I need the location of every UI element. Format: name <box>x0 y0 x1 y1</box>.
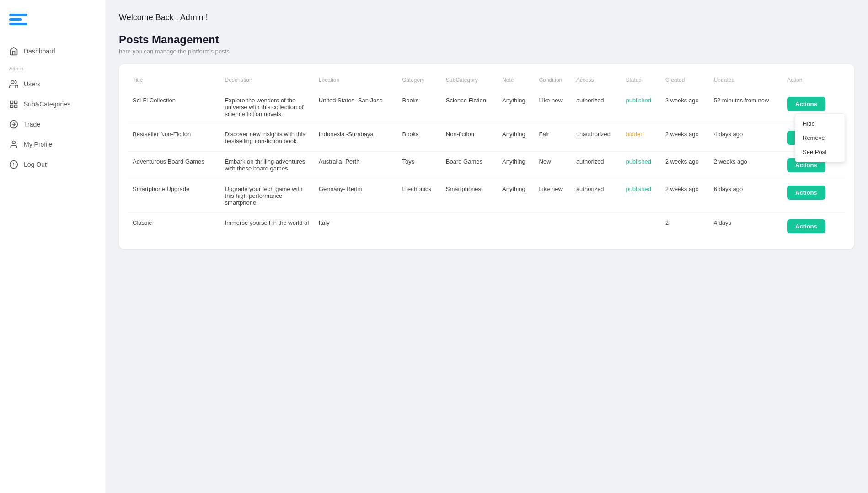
col-note: Note <box>498 73 534 90</box>
col-created: Created <box>661 73 709 90</box>
cell-subcategory: Non-fiction <box>441 124 498 152</box>
sidebar-item-my-profile[interactable]: My Profile <box>0 134 105 154</box>
sidebar-item-subcategories[interactable]: Sub&Categories <box>0 94 105 114</box>
dropdown-remove[interactable]: Remove <box>795 131 845 145</box>
table-row: Adventurous Board Games Embark on thrill… <box>128 152 845 179</box>
cell-created: 2 weeks ago <box>661 179 709 213</box>
col-condition: Condition <box>535 73 572 90</box>
actions-dropdown: Hide Remove See Post <box>795 113 845 162</box>
col-updated: Updated <box>709 73 782 90</box>
logo-icon <box>9 14 27 27</box>
cell-condition: Like new <box>535 179 572 213</box>
logo-bar-1 <box>9 14 27 16</box>
posts-table-card: Title Description Location Category SubC… <box>119 64 854 249</box>
sidebar-item-users[interactable]: Users <box>0 74 105 94</box>
col-action: Action <box>782 73 845 90</box>
welcome-text: Welcome Back , Admin ! <box>119 13 854 22</box>
table-row: Sci-Fi Collection Explore the wonders of… <box>128 90 845 124</box>
cell-category <box>397 213 441 240</box>
cell-condition <box>535 213 572 240</box>
table-row: Classic Immerse yourself in the world of… <box>128 213 845 240</box>
cell-status: published <box>621 179 660 213</box>
dropdown-see-post[interactable]: See Post <box>795 145 845 159</box>
cell-title: Smartphone Upgrade <box>128 179 220 213</box>
cell-category: Books <box>397 124 441 152</box>
cell-note: Anything <box>498 179 534 213</box>
cell-description: Explore the wonders of the universe with… <box>220 90 314 124</box>
table-row: Smartphone Upgrade Upgrade your tech gam… <box>128 179 845 213</box>
sidebar-item-subcategories-label: Sub&Categories <box>24 101 70 108</box>
cell-access: authorized <box>572 152 622 179</box>
svg-point-6 <box>12 141 16 144</box>
sidebar-item-logout-label: Log Out <box>24 161 47 168</box>
cell-action: Actions <box>782 179 845 213</box>
logout-icon <box>9 160 18 169</box>
main-content: Welcome Back , Admin ! Posts Management … <box>105 0 868 493</box>
sidebar-item-dashboard[interactable]: Dashboard <box>0 41 105 61</box>
svg-rect-2 <box>15 101 17 104</box>
cell-created: 2 weeks ago <box>661 90 709 124</box>
cell-location: Indonesia -Surabaya <box>314 124 398 152</box>
cell-created: 2 weeks ago <box>661 152 709 179</box>
cell-updated: 4 days <box>709 213 782 240</box>
cell-location: Australia- Perth <box>314 152 398 179</box>
sidebar-item-users-label: Users <box>24 80 41 88</box>
svg-point-0 <box>11 81 14 84</box>
cell-description: Immerse yourself in the world of <box>220 213 314 240</box>
sidebar-item-my-profile-label: My Profile <box>24 141 52 148</box>
col-category: Category <box>397 73 441 90</box>
page-header: Posts Management here you can manage the… <box>119 33 854 55</box>
page-subtitle: here you can manage the platform's posts <box>119 48 854 55</box>
cell-status: published <box>621 90 660 124</box>
cell-created: 2 <box>661 213 709 240</box>
cell-condition: Fair <box>535 124 572 152</box>
svg-rect-3 <box>11 105 13 108</box>
cell-subcategory: Smartphones <box>441 179 498 213</box>
cell-note <box>498 213 534 240</box>
cell-location: Italy <box>314 213 398 240</box>
sidebar: Dashboard Admin Users Sub&Categories <box>0 0 105 493</box>
sidebar-item-trade[interactable]: Trade <box>0 114 105 134</box>
cell-access: authorized <box>572 179 622 213</box>
actions-button[interactable]: Actions <box>787 97 825 111</box>
cell-created: 2 weeks ago <box>661 124 709 152</box>
col-status: Status <box>621 73 660 90</box>
dropdown-hide[interactable]: Hide <box>795 117 845 131</box>
cell-condition: New <box>535 152 572 179</box>
cell-note: Anything <box>498 152 534 179</box>
cell-location: Germany- Berlin <box>314 179 398 213</box>
col-access: Access <box>572 73 622 90</box>
sidebar-item-logout[interactable]: Log Out <box>0 154 105 175</box>
col-subcategory: SubCategory <box>441 73 498 90</box>
svg-rect-1 <box>11 101 13 104</box>
logo-bar-3 <box>9 23 27 25</box>
cell-action: Actions <box>782 213 845 240</box>
cell-condition: Like new <box>535 90 572 124</box>
cell-note: Anything <box>498 90 534 124</box>
cell-updated: 4 days ago <box>709 124 782 152</box>
cell-title: Classic <box>128 213 220 240</box>
cell-note: Anything <box>498 124 534 152</box>
cell-description: Discover new insights with this bestsell… <box>220 124 314 152</box>
cell-category: Books <box>397 90 441 124</box>
table-header-row: Title Description Location Category SubC… <box>128 73 845 90</box>
cell-title: Bestseller Non-Fiction <box>128 124 220 152</box>
sidebar-section-admin: Admin <box>0 61 105 74</box>
cell-category: Toys <box>397 152 441 179</box>
logo-bar-2 <box>9 18 22 21</box>
cell-subcategory <box>441 213 498 240</box>
trade-icon <box>9 120 18 129</box>
actions-button[interactable]: Actions <box>787 219 825 233</box>
posts-table: Title Description Location Category SubC… <box>128 73 845 240</box>
cell-updated: 6 days ago <box>709 179 782 213</box>
cell-updated: 2 weeks ago <box>709 152 782 179</box>
users-icon <box>9 80 18 89</box>
svg-rect-4 <box>15 105 17 108</box>
col-description: Description <box>220 73 314 90</box>
col-title: Title <box>128 73 220 90</box>
cell-access: unauthorized <box>572 124 622 152</box>
cell-access <box>572 213 622 240</box>
actions-button[interactable]: Actions <box>787 186 825 200</box>
home-icon <box>9 47 18 56</box>
table-row: Bestseller Non-Fiction Discover new insi… <box>128 124 845 152</box>
